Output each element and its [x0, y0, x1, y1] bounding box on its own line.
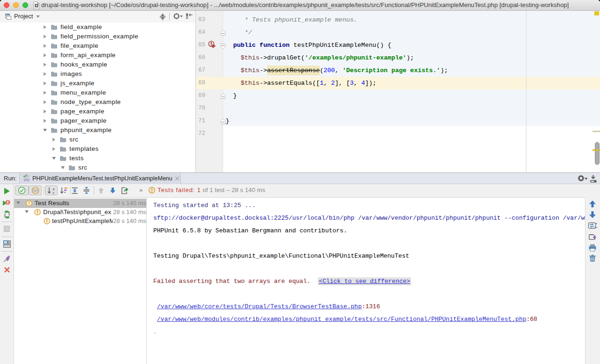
svg-text:php: php	[24, 178, 30, 182]
svg-text:z: z	[52, 191, 54, 194]
